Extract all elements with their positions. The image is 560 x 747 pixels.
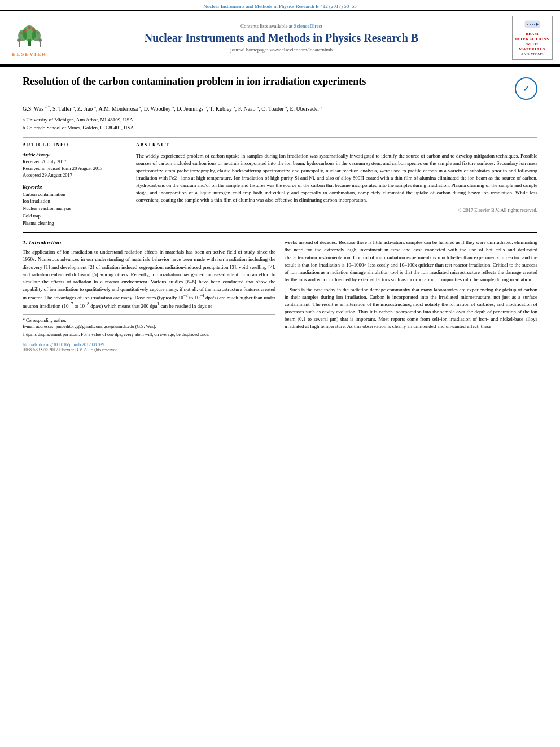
affiliation-b: b Colorado School of Mines, Golden, CO 8… [23, 124, 537, 132]
section1-heading: 1. Introduction [23, 239, 275, 246]
svg-point-8 [37, 32, 39, 34]
keyword-4: Cold trap [23, 212, 127, 220]
page: Nuclear Instruments and Methods in Physi… [0, 0, 560, 747]
footnote-email: E-mail addresses: junoeditorgs@gmail.com… [23, 324, 275, 330]
sciencedirect-line: Contents lists available at ScienceDirec… [240, 23, 322, 29]
abstract-divider [136, 150, 537, 150]
keywords-label: Keywords: [23, 185, 127, 190]
article-info-col: ARTICLE INFO Article history: Received 2… [23, 142, 127, 226]
body-left-col: 1. Introduction The application of ion i… [23, 239, 275, 352]
article-abstract-col: ABSTRACT The widely experienced problem … [136, 142, 537, 226]
article-title: Resolution of the carbon contamination p… [23, 75, 366, 88]
homepage-label: journal homepage: www.elsevier.com/locat… [230, 47, 333, 53]
received-1: Received 26 July 2017 [23, 159, 127, 165]
journal-top-bar: Nuclear Instruments and Methods in Physi… [0, 0, 560, 10]
svg-point-9 [18, 38, 21, 42]
svg-point-7 [20, 32, 23, 34]
footnotes-area: * Corresponding author. E-mail addresses… [23, 314, 275, 338]
body-right-col: weeks instead of decades. Because there … [285, 239, 537, 352]
keyword-5: Plasma cleaning [23, 220, 127, 227]
beam-icon [524, 19, 541, 30]
beam-box-subtitle: AND ATOMS [515, 52, 550, 57]
svg-point-6 [28, 26, 31, 29]
abstract-text: The widely experienced problem of carbon… [136, 152, 537, 204]
sciencedirect-link[interactable]: ScienceDirect [294, 23, 322, 29]
journal-header: ELSEVIER Contents lists available at Sci… [0, 10, 560, 65]
journal-header-center: Contents lists available at ScienceDirec… [58, 16, 505, 60]
beam-box-title: BEAMINTERACTIONSWITHMATERIALS [515, 32, 550, 52]
info-divider [23, 150, 127, 150]
received-2: Received in revised form 28 August 2017 [23, 165, 127, 172]
elsevier-wordmark: ELSEVIER [12, 51, 47, 57]
keyword-3: Nuclear reaction analysis [23, 205, 127, 212]
article-info-label: ARTICLE INFO [23, 142, 127, 147]
article-title-section: Resolution of the carbon contamination p… [23, 75, 537, 100]
history-label: Article history: [23, 152, 127, 158]
article-content: Resolution of the carbon contamination p… [0, 67, 560, 360]
keyword-1: Carbon contamination [23, 191, 127, 198]
accepted: Accepted 29 August 2017 [23, 172, 127, 179]
elsevier-logo-section: ELSEVIER [7, 16, 52, 60]
footnote-1: 1 dpa is displacement per atom. For a va… [23, 331, 275, 338]
elsevier-logo [8, 19, 51, 50]
abstract-label: ABSTRACT [136, 142, 537, 147]
body-two-col: 1. Introduction The application of ion i… [23, 239, 537, 352]
doi-link[interactable]: http://dx.doi.org/10.1016/j.nimb.2017.08… [23, 342, 275, 347]
copyright-line: © 2017 Elsevier B.V. All rights reserved… [136, 207, 537, 213]
journal-main-title: Nuclear Instruments and Methods in Physi… [145, 31, 418, 45]
footnote-corresponding: * Corresponding author. [23, 317, 275, 324]
journal-reference: Nuclear Instruments and Methods in Physi… [203, 3, 356, 9]
journal-homepage: journal homepage: www.elsevier.com/locat… [230, 47, 333, 53]
journal-header-right: BEAMINTERACTIONSWITHMATERIALS AND ATOMS [511, 16, 553, 60]
keywords-section: Keywords: Carbon contamination Ion irrad… [23, 185, 127, 227]
svg-point-4 [24, 29, 27, 32]
crossmark-badge: ✓ [515, 77, 537, 100]
body-para1: The application of ion irradiation to un… [23, 248, 275, 309]
body-para2: weeks instead of decades. Because there … [285, 239, 537, 330]
contents-available-text: Contents lists available at [240, 23, 292, 29]
article-two-col: ARTICLE INFO Article history: Received 2… [23, 137, 537, 226]
keyword-2: Ion irradiation [23, 198, 127, 205]
svg-point-11 [38, 38, 42, 42]
affiliation-a: a University of Michigan, Ann Arbor, MI … [23, 116, 537, 124]
body-section: 1. Introduction The application of ion i… [23, 232, 537, 352]
beam-interactions-box: BEAMINTERACTIONSWITHMATERIALS AND ATOMS [512, 16, 553, 60]
crossmark-icon: ✓ [523, 84, 530, 94]
issn-footer: 0168-583X/© 2017 Elsevier B.V. All right… [23, 347, 275, 352]
elsevier-tree-icon [14, 22, 45, 47]
authors-line: G.S. Was a,*, S. Taller a, Z. Jiao a, A.… [23, 104, 537, 113]
svg-point-5 [32, 28, 35, 31]
